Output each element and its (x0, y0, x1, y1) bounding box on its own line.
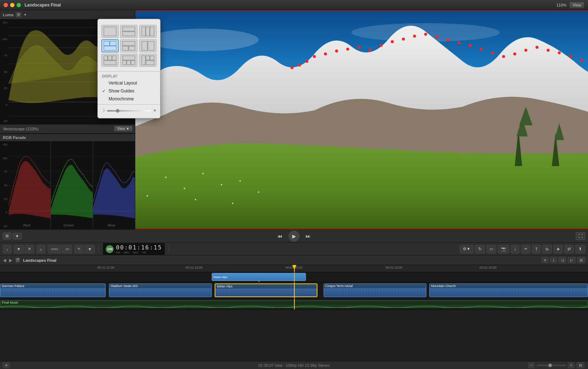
share-button[interactable]: ⬆ (575, 245, 585, 253)
favorite-button[interactable]: ★ (14, 245, 24, 253)
layout-option-3[interactable] (139, 25, 157, 38)
blue-waveform: Blue (93, 142, 135, 229)
timecode-labels: HR MIN SEC FR (116, 251, 162, 254)
svg-point-59 (480, 48, 483, 51)
zoom-level: 110% (556, 3, 566, 7)
clip-italian-alps[interactable]: Italian Alps (215, 283, 317, 297)
connected-clips: Italian Alps (0, 272, 588, 282)
import-button[interactable]: ↓ (3, 245, 12, 253)
timeline-snap-button[interactable]: ⊟ (577, 257, 585, 263)
rating-tools: ★ ✕ (14, 245, 34, 253)
clip-mountain-church[interactable]: Mountain Church (429, 283, 588, 297)
retime-button[interactable]: ↻ (475, 245, 485, 253)
brightness-track[interactable] (107, 110, 151, 112)
clip-button[interactable]: ▭ (486, 245, 496, 253)
display-section-label: DISPLAY (98, 73, 160, 79)
timeline-zoom-out-button[interactable]: ◁ (558, 257, 566, 263)
toolbar-separator-2 (169, 246, 169, 253)
minimize-button[interactable] (10, 3, 14, 7)
transform-button[interactable]: ▭▭ (48, 245, 61, 253)
svg-point-50 (379, 44, 382, 47)
search-button[interactable]: ⌕ (36, 245, 45, 253)
connection-line (259, 281, 259, 282)
layout-option-2[interactable] (120, 25, 137, 38)
zoom-fit-button[interactable]: ⊞ (3, 233, 11, 239)
show-guides-item[interactable]: ✓ Show Guides (98, 87, 160, 95)
zoom-slider-thumb[interactable] (548, 364, 552, 367)
view-dropdown-menu[interactable]: DISPLAY Vertical Layout ✓ Show Guides Mo… (97, 19, 161, 118)
skip-forward-button[interactable]: ⏭ (304, 232, 312, 240)
timeline-zoom-in-button[interactable]: ▷ (568, 257, 576, 263)
transition-button[interactable]: ⇄ (564, 245, 574, 253)
green-waveform: Green (51, 142, 93, 229)
svg-rect-93 (123, 61, 126, 65)
reject-button[interactable]: ✕ (25, 245, 34, 253)
snapshot-button[interactable]: 📷 (498, 245, 509, 253)
fullscreen-button[interactable]: ⛶ (576, 232, 585, 240)
connected-clip-italian-alps[interactable]: Italian Alps (212, 273, 306, 281)
svg-point-70 (290, 66, 293, 69)
clip-cinque-terre[interactable]: Cinque Terre Aerial (324, 283, 426, 297)
clip-stadium-seats[interactable]: Stadium Seats WS (109, 283, 212, 297)
svg-point-40 (258, 191, 259, 193)
layout-option-9[interactable] (139, 54, 157, 67)
svg-rect-78 (146, 27, 149, 36)
zoom-in-button[interactable]: + (568, 362, 574, 368)
maximize-button[interactable] (17, 3, 21, 7)
window-controls (4, 3, 21, 7)
layout-option-7[interactable] (101, 54, 119, 67)
tools-button[interactable]: ⚙▼ (460, 245, 474, 253)
clip-german-palace[interactable]: German Palace (0, 283, 106, 297)
monochrome-item[interactable]: Monochrome (98, 95, 160, 103)
brightness-thumb[interactable] (116, 109, 119, 113)
zoom-out-button[interactable]: − (528, 362, 535, 368)
timeline-list-button[interactable]: ≡ (3, 362, 10, 368)
svg-point-66 (558, 51, 561, 54)
brightness-slider[interactable]: ☽ ☀ (98, 106, 160, 115)
select-tools: ↖ ▼ (74, 245, 95, 253)
layout-option-4[interactable] (101, 39, 119, 52)
monochrome-check (102, 96, 107, 101)
brightness-low-icon: ☽ (101, 108, 105, 113)
fit-timeline-button[interactable]: ⊟ (576, 362, 584, 368)
svg-point-62 (513, 52, 516, 55)
main-toolbar: ↓ ★ ✕ ⌕ ▭▭ ▭ ↖ ▼ 100 00:01:16:15 HR MIN (0, 243, 588, 256)
close-button[interactable] (4, 3, 8, 7)
view-button[interactable]: View ▼ (114, 126, 133, 132)
effects-button[interactable]: fx (542, 245, 552, 253)
show-guides-check: ✓ (102, 88, 107, 94)
svg-point-68 (580, 59, 583, 62)
luma-settings-button[interactable]: ⚙ (16, 12, 21, 18)
select-button[interactable]: ↖ (74, 245, 84, 253)
cut-button[interactable]: ✂ (521, 245, 531, 253)
luma-toolbar: Luma ⚙ ▼ (0, 10, 135, 19)
svg-point-71 (298, 64, 301, 66)
timeline-audio-button[interactable]: ♪ (550, 257, 557, 263)
zoom-slider-track[interactable] (537, 365, 566, 366)
svg-point-61 (502, 55, 505, 58)
rgb-y-labels: 120 100 75 50 25 0 -20 (0, 142, 8, 229)
layout-option-5[interactable] (120, 39, 137, 52)
title-button[interactable]: T (532, 245, 541, 253)
svg-point-49 (369, 49, 372, 52)
color-button[interactable]: ◈ (553, 245, 563, 253)
view-dropdown-button[interactable]: View (569, 2, 584, 8)
layout-option-8[interactable] (120, 54, 137, 67)
timeline-forward-button[interactable]: ▶ (9, 258, 12, 263)
svg-point-35 (165, 177, 167, 178)
skip-back-button[interactable]: ⏮ (276, 232, 284, 240)
layout-option-6[interactable] (139, 39, 157, 52)
svg-rect-98 (150, 56, 154, 60)
layout-option-1[interactable] (101, 25, 119, 38)
audio-button[interactable]: ♪ (511, 245, 519, 253)
vertical-layout-item[interactable]: Vertical Layout (98, 79, 160, 87)
zoom-chevron-button[interactable]: ▼ (13, 233, 22, 239)
svg-point-65 (547, 49, 549, 52)
blade-button[interactable]: ▭ (62, 245, 72, 253)
video-preview (135, 10, 588, 229)
svg-rect-94 (127, 61, 131, 65)
timeline-back-button[interactable]: ◀ (3, 258, 6, 263)
select-chevron-button[interactable]: ▼ (85, 245, 95, 253)
play-button[interactable]: ▶ (289, 231, 299, 242)
timeline-appearance-button[interactable]: ≡ (541, 257, 549, 263)
